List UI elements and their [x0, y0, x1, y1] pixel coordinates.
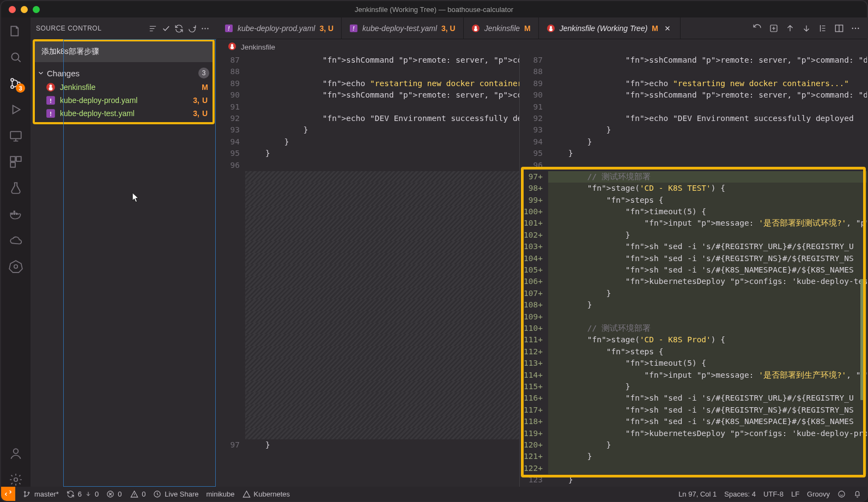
code-line[interactable] [245, 370, 519, 381]
code-line[interactable] [548, 66, 867, 77]
code-line[interactable]: "fn">kubernetesDeploy "p">configs: 'kube… [548, 428, 867, 439]
code-line[interactable] [245, 392, 519, 404]
docker-icon[interactable] [9, 207, 23, 221]
source-control-icon[interactable]: 3 [9, 76, 23, 90]
code-line[interactable]: "fn">timeout(5) { [548, 358, 867, 369]
code-line[interactable]: "fn">echo "DEV Environment successfully … [548, 113, 867, 124]
code-line[interactable] [245, 428, 519, 439]
breadcrumb[interactable]: Jenkinsfile [217, 39, 867, 55]
code-line[interactable] [548, 463, 867, 474]
cursor-position[interactable]: Ln 97, Col 1 [678, 490, 717, 498]
code-line[interactable] [245, 299, 519, 311]
code-line[interactable] [245, 404, 519, 416]
prev-change-icon[interactable] [785, 23, 795, 33]
language-indicator[interactable]: Groovy [807, 490, 830, 498]
code-line[interactable]: } [548, 381, 867, 392]
code-line[interactable]: "fn">input "p">message: '是否部署到测试环境?', "p… [548, 217, 867, 229]
code-line[interactable] [245, 217, 519, 229]
code-line[interactable] [245, 253, 519, 264]
code-line[interactable] [548, 311, 867, 323]
code-line[interactable] [245, 195, 519, 206]
next-change-icon[interactable] [802, 23, 811, 33]
editor-tab[interactable]: !kube-deploy-prod.yaml3, U [217, 17, 342, 39]
code-line[interactable] [245, 183, 519, 194]
code-line[interactable]: "fn">timeout(5) { [548, 206, 867, 217]
commit-icon[interactable] [159, 22, 172, 35]
code-line[interactable]: "fn">sh "sed -i 's/#{REGISTRY_URL}#/${RE… [548, 392, 867, 404]
minimap[interactable] [859, 55, 867, 487]
sync-indicator[interactable]: 60 [66, 490, 99, 498]
changes-header[interactable]: Changes 3 [35, 65, 213, 81]
code-line[interactable]: "fn">echo "restarting new docker contain… [548, 78, 867, 89]
minimize-window-icon[interactable] [21, 6, 28, 13]
code-line[interactable] [245, 288, 519, 299]
code-line[interactable]: } [548, 288, 867, 299]
code-line[interactable] [245, 160, 519, 171]
indentation-indicator[interactable]: Spaces: 4 [724, 490, 756, 498]
editor-tab[interactable]: Jenkinsfile (Working Tree)M [539, 17, 681, 39]
diff-left-pane[interactable]: 8788899091929394959697 "fn">sshCommand "… [217, 55, 520, 487]
more-actions-icon[interactable] [851, 23, 860, 33]
remote-explorer-icon[interactable] [9, 129, 23, 143]
code-line[interactable] [548, 101, 867, 113]
live-share-indicator[interactable]: Live Share [153, 490, 198, 498]
extensions-icon[interactable] [9, 155, 23, 169]
notifications-icon[interactable] [853, 490, 861, 498]
toggle-whitespace-icon[interactable] [818, 23, 828, 33]
encoding-indicator[interactable]: UTF-8 [763, 490, 784, 498]
code-line[interactable] [245, 416, 519, 427]
editor-tab[interactable]: JenkinsfileM [464, 17, 539, 39]
code-line[interactable] [245, 334, 519, 346]
code-line[interactable] [245, 346, 519, 358]
discard-changes-icon[interactable] [752, 23, 762, 33]
code-line[interactable] [245, 264, 519, 276]
cloud-icon[interactable] [9, 233, 23, 247]
code-line[interactable]: "fn">sh "sed -i 's/#{K8S_NAMESPACE}#/${K… [548, 264, 867, 276]
code-line[interactable]: } [548, 136, 867, 148]
changed-file-row[interactable]: !kube-deploy-prod.yaml3,U [35, 94, 213, 107]
code-line[interactable]: "fn">sshCommand "p">remote: server, "p">… [548, 55, 867, 66]
code-line[interactable]: "fn">sshCommand "p">remote: server, "p">… [245, 55, 519, 66]
changed-file-row[interactable]: JenkinsfileM [35, 81, 213, 94]
view-as-tree-icon[interactable] [146, 22, 159, 35]
feedback-icon[interactable] [837, 490, 846, 498]
code-line[interactable] [245, 171, 519, 183]
testing-icon[interactable] [9, 181, 23, 195]
code-line[interactable] [245, 206, 519, 217]
code-line[interactable] [245, 66, 519, 77]
run-debug-icon[interactable] [9, 102, 23, 117]
code-line[interactable]: } [548, 229, 867, 241]
code-line[interactable]: } [245, 148, 519, 159]
code-line[interactable] [245, 381, 519, 392]
problems-indicator[interactable]: 0 0 [106, 490, 145, 498]
code-line[interactable]: } [548, 148, 867, 159]
kubernetes-indicator[interactable]: Kubernetes [242, 490, 290, 498]
code-line[interactable]: "fn">sh "sed -i 's/#{REGISTRY_URL}#/${RE… [548, 241, 867, 252]
code-line[interactable]: "fn">sh "sed -i 's/#{K8S_NAMESPACE}#/${K… [548, 416, 867, 427]
code-line[interactable] [548, 160, 867, 171]
refresh-icon[interactable] [172, 22, 185, 35]
code-line[interactable]: // 测试环境部署 [548, 323, 867, 334]
code-line[interactable] [245, 241, 519, 252]
close-tab-icon[interactable] [663, 23, 672, 33]
code-line[interactable]: "fn">steps { [548, 195, 867, 206]
code-line[interactable]: "fn">echo "restarting new docker contain… [245, 78, 519, 89]
code-line[interactable] [245, 358, 519, 369]
diff-right-pane[interactable]: 8788899091929394959697+98+99+100+101+102… [520, 55, 867, 487]
code-line[interactable] [245, 276, 519, 287]
close-window-icon[interactable] [9, 6, 16, 13]
code-line[interactable]: "fn">stage('CD - K8S TEST') { [548, 183, 867, 194]
eol-indicator[interactable]: LF [791, 490, 799, 498]
code-line[interactable]: } [548, 439, 867, 451]
branch-indicator[interactable]: master* [23, 490, 59, 498]
code-line[interactable]: // 测试环境部署 [548, 171, 867, 183]
search-icon[interactable] [9, 50, 23, 64]
code-line[interactable]: "fn">kubernetesDeploy "p">configs: 'kube… [548, 276, 867, 287]
minikube-indicator[interactable]: minikube [207, 490, 235, 498]
code-line[interactable] [245, 311, 519, 323]
maximize-window-icon[interactable] [33, 6, 40, 13]
more-icon[interactable] [198, 22, 211, 35]
code-line[interactable]: "fn">sh "sed -i 's/#{REGISTRY_NS}#/${REG… [548, 404, 867, 416]
settings-gear-icon[interactable] [9, 473, 23, 487]
code-line[interactable]: "fn">echo "DEV Environment successfully … [245, 113, 519, 124]
